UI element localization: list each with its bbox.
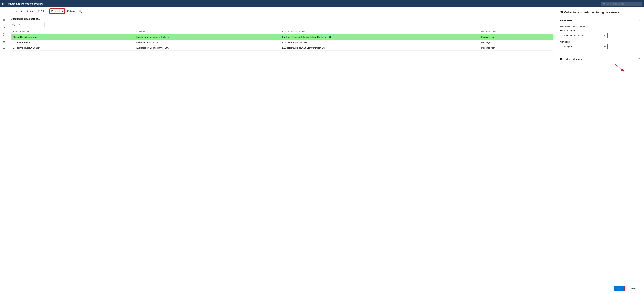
cell-executable-class: SIIPartyAttributesEvaluation xyxy=(11,45,134,50)
new-icon: + xyxy=(27,10,28,12)
sidebar: ≡ ⌂ ★ ⏱ ▦ ☰ xyxy=(0,8,8,294)
executable-class-table: Executable class Description Executable … xyxy=(11,29,553,50)
search-container: 🔍 xyxy=(601,2,642,6)
table-row[interactable]: SIIGenerateItems Generate items for SII … xyxy=(11,40,553,45)
cell-description: Generate items for SII xyxy=(134,40,280,45)
parameters-button[interactable]: Parameters xyxy=(50,8,65,14)
parameters-section-label: Parameters xyxy=(560,19,572,22)
col-description: Description xyxy=(134,29,280,34)
table-row[interactable]: SIIPartyAttributesEvaluation Evaluation … xyxy=(11,45,553,50)
arrow-annotation-container xyxy=(556,63,644,74)
corrected-label: Corrected xyxy=(560,40,640,43)
sidebar-item-favorites[interactable]: ★ xyxy=(1,24,8,30)
top-navigation: ⊞ Finance and Operations Preview 🔍 xyxy=(0,0,644,8)
parameters-section-body: MESSAGE ITEM STATUSES Pending cancel Can… xyxy=(556,24,644,55)
cell-executable-class-name: EMAdditionalFieldsEvaluationController_E… xyxy=(280,45,479,50)
cell-description: Evaluation of Counterpartys' attr... xyxy=(134,45,280,50)
run-background-label: Run in the background xyxy=(560,58,582,60)
cell-execution-level: Message Item xyxy=(479,34,553,40)
content-area: ▽ ✏ Edit + New 🗑 Delete Parameters Optio… xyxy=(8,8,556,294)
run-background-header[interactable]: Run in the background ∨ xyxy=(556,55,644,62)
pending-cancel-label: Pending cancel xyxy=(560,30,640,32)
run-background-chevron-icon: ∨ xyxy=(638,58,640,60)
parameters-chevron-icon: ∧ xyxy=(638,19,640,22)
pending-cancel-field: Pending cancel CancelacionPendiente Pend… xyxy=(560,30,640,38)
delete-icon: 🗑 xyxy=(38,10,40,12)
sidebar-item-menu[interactable]: ≡ xyxy=(1,9,8,16)
arrow-annotation-svg xyxy=(614,63,627,73)
svg-line-0 xyxy=(615,64,624,71)
cell-executable-class: MonitorCollectionInCash xyxy=(11,34,134,40)
grid-section-title: Executable class settings xyxy=(11,18,553,20)
filter-input[interactable] xyxy=(11,22,45,27)
pending-cancel-select[interactable]: CancelacionPendiente Pendiente Cancelado xyxy=(560,33,608,38)
message-item-statuses-label: MESSAGE ITEM STATUSES xyxy=(560,25,640,28)
parameters-section-header[interactable]: Parameters ∧ xyxy=(556,17,644,24)
options-button[interactable]: Options xyxy=(66,9,77,14)
table-row[interactable]: MonitorCollectionInCash Monitoring of ch… xyxy=(11,34,553,40)
filter-bar: 🔍 xyxy=(11,22,553,27)
toolbar: ▽ ✏ Edit + New 🗑 Delete Parameters Optio… xyxy=(8,8,556,15)
grid-icon[interactable]: ⊞ xyxy=(2,2,4,6)
panel-footer: OK Cancel xyxy=(610,74,644,294)
grid-section: Executable class settings 🔍 Executable c… xyxy=(8,15,556,294)
sidebar-item-modules[interactable]: ☰ xyxy=(1,46,8,53)
delete-button[interactable]: 🗑 Delete xyxy=(36,9,49,14)
filter-funnel-icon[interactable]: ▽ xyxy=(10,10,12,13)
panel-header: SII Collections in cash monitoring param… xyxy=(556,8,644,17)
edit-icon: ✏ xyxy=(16,10,18,12)
cell-executable-class-name: EMCreateItemsController xyxy=(280,40,479,45)
col-executable-class-name: Executable class name xyxy=(280,29,479,34)
edit-button[interactable]: ✏ Edit xyxy=(14,9,24,14)
toolbar-search-icon[interactable]: 🔍 xyxy=(78,8,83,14)
app-title: Finance and Operations Preview xyxy=(6,2,599,5)
filter-icon: 🔍 xyxy=(12,23,15,26)
col-executable-class: Executable class xyxy=(11,29,134,34)
ok-button[interactable]: OK xyxy=(614,286,625,291)
run-background-section: Run in the background ∨ xyxy=(556,55,644,63)
cell-execution-level: Message Item xyxy=(479,45,553,50)
sidebar-item-home[interactable]: ⌂ xyxy=(1,16,8,23)
cell-description: Monitoring of changes in Collec... xyxy=(134,34,280,40)
corrected-field: Corrected Corregido Correcto Incorrecto xyxy=(560,40,640,49)
col-execution-level: Execution level xyxy=(479,29,553,34)
side-panel: SII Collections in cash monitoring param… xyxy=(556,8,644,294)
cancel-button[interactable]: Cancel xyxy=(626,286,640,291)
filter-input-wrap: 🔍 xyxy=(11,22,45,27)
main-layout: ≡ ⌂ ★ ⏱ ▦ ☰ ▽ ✏ Edit + New 🗑 Delete Para… xyxy=(0,8,644,294)
cell-executable-class: SIIGenerateItems xyxy=(11,40,134,45)
new-button[interactable]: + New xyxy=(25,9,35,14)
cell-executable-class-name: EMCheckChangesCollectionInCashController… xyxy=(280,34,479,40)
cell-execution-level: Message xyxy=(479,40,553,45)
sidebar-item-workspaces[interactable]: ▦ xyxy=(1,38,8,45)
sidebar-item-recent[interactable]: ⏱ xyxy=(1,31,8,38)
corrected-select[interactable]: Corregido Correcto Incorrecto xyxy=(560,44,608,49)
global-search-input[interactable] xyxy=(601,2,642,6)
parameters-section: Parameters ∧ MESSAGE ITEM STATUSES Pendi… xyxy=(556,17,644,55)
panel-title: SII Collections in cash monitoring param… xyxy=(560,11,640,14)
